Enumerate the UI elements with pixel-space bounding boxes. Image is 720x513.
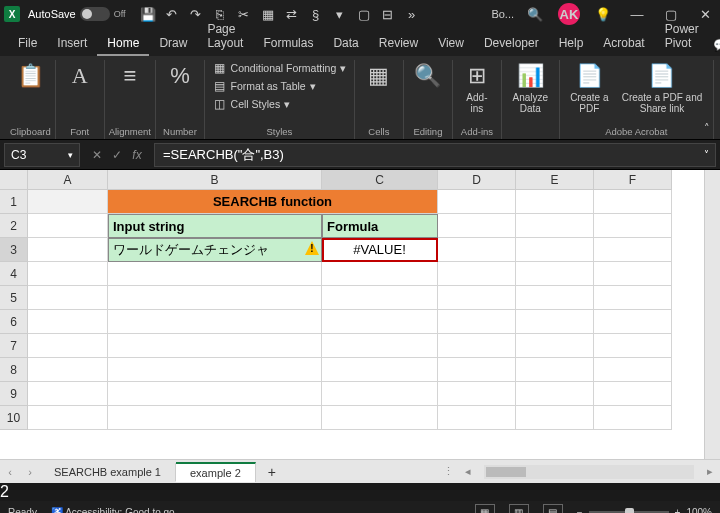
cell[interactable]: ワールドゲームチェンジャ!	[108, 238, 322, 262]
cell[interactable]	[516, 358, 594, 382]
qat-icon[interactable]: ⊟	[380, 6, 396, 22]
vertical-scrollbar[interactable]	[704, 170, 720, 459]
select-all-button[interactable]	[0, 170, 28, 190]
row-header[interactable]: 4	[0, 262, 28, 286]
addins-button[interactable]: ⊞ Add-ins	[457, 60, 497, 116]
cell[interactable]	[438, 406, 516, 430]
cell[interactable]	[28, 334, 108, 358]
cell[interactable]	[516, 238, 594, 262]
cell[interactable]	[594, 286, 672, 310]
conditional-formatting-button[interactable]: ▦Conditional Formatting ▾	[209, 60, 351, 76]
cell[interactable]	[28, 238, 108, 262]
column-header[interactable]: C	[322, 170, 438, 190]
tab-draw[interactable]: Draw	[149, 32, 197, 56]
column-header[interactable]: B	[108, 170, 322, 190]
analyze-data-button[interactable]: 📊 Analyze Data	[506, 60, 555, 116]
alignment-button[interactable]: ≡	[110, 60, 150, 92]
cell[interactable]	[28, 262, 108, 286]
cell[interactable]	[516, 190, 594, 214]
cell[interactable]	[438, 334, 516, 358]
qat-icon[interactable]: ▦	[260, 6, 276, 22]
tab-review[interactable]: Review	[369, 32, 428, 56]
cell[interactable]	[108, 262, 322, 286]
cell[interactable]	[438, 190, 516, 214]
tab-data[interactable]: Data	[323, 32, 368, 56]
cancel-formula-icon[interactable]: ✕	[88, 146, 106, 164]
number-button[interactable]: %	[160, 60, 200, 92]
search-icon[interactable]: 🔍	[524, 3, 546, 25]
cell[interactable]	[516, 334, 594, 358]
undo-icon[interactable]: ↶	[164, 6, 180, 22]
column-header[interactable]: F	[594, 170, 672, 190]
comments-button[interactable]: 💬	[713, 34, 720, 56]
sheet-tab[interactable]: SEARCHB example 1	[40, 463, 176, 481]
tab-help[interactable]: Help	[549, 32, 594, 56]
tab-home[interactable]: Home	[97, 32, 149, 56]
qat-overflow-icon[interactable]: »	[404, 6, 420, 22]
row-header[interactable]: 9	[0, 382, 28, 406]
cell[interactable]	[438, 310, 516, 334]
cell[interactable]	[108, 286, 322, 310]
hscroll-opts[interactable]: ⋮	[438, 465, 458, 478]
zoom-in-icon[interactable]: +	[675, 507, 681, 514]
cell[interactable]	[516, 286, 594, 310]
tab-page-layout[interactable]: Page Layout	[197, 18, 253, 56]
hscroll-right[interactable]: ▸	[700, 465, 720, 478]
cell[interactable]	[438, 382, 516, 406]
cells-button[interactable]: ▦	[359, 60, 399, 92]
cell[interactable]	[516, 310, 594, 334]
cell[interactable]	[28, 190, 108, 214]
zoom-out-icon[interactable]: −	[577, 507, 583, 514]
formula-input[interactable]: =SEARCHB("合",B3) ˅	[154, 143, 716, 167]
cell[interactable]: SEARCHB function	[108, 190, 438, 214]
row-header[interactable]: 10	[0, 406, 28, 430]
cell[interactable]	[516, 262, 594, 286]
row-header[interactable]: 7	[0, 334, 28, 358]
minimize-icon[interactable]: ―	[626, 3, 648, 25]
cell[interactable]	[108, 310, 322, 334]
column-header[interactable]: E	[516, 170, 594, 190]
cell[interactable]	[594, 262, 672, 286]
cell[interactable]	[594, 334, 672, 358]
cell[interactable]	[516, 214, 594, 238]
cell[interactable]	[322, 262, 438, 286]
cell[interactable]	[438, 262, 516, 286]
cell[interactable]	[322, 382, 438, 406]
cell[interactable]	[594, 382, 672, 406]
cell[interactable]	[438, 358, 516, 382]
tab-insert[interactable]: Insert	[47, 32, 97, 56]
normal-view-icon[interactable]: ▦	[475, 504, 495, 513]
cell[interactable]	[322, 286, 438, 310]
cell[interactable]	[108, 382, 322, 406]
fx-icon[interactable]: fx	[128, 146, 146, 164]
cell[interactable]	[28, 358, 108, 382]
cell[interactable]: Input string	[108, 214, 322, 238]
cell[interactable]: Formula	[322, 214, 438, 238]
paste-button[interactable]: 📋	[10, 60, 50, 92]
worksheet-grid[interactable]: ABCDEF 12345678910 SEARCHB functionInput…	[0, 170, 720, 459]
cell[interactable]	[322, 406, 438, 430]
column-header[interactable]: A	[28, 170, 108, 190]
column-header[interactable]: D	[438, 170, 516, 190]
cell[interactable]	[322, 310, 438, 334]
cell[interactable]: #VALUE!	[322, 238, 438, 262]
cell[interactable]	[594, 214, 672, 238]
zoom-control[interactable]: − + 100%	[577, 507, 712, 514]
cell[interactable]	[594, 310, 672, 334]
cell[interactable]	[438, 286, 516, 310]
cell[interactable]	[28, 214, 108, 238]
sheet-nav-next[interactable]: ›	[20, 466, 40, 478]
add-sheet-button[interactable]: +	[256, 464, 288, 480]
cell[interactable]	[438, 214, 516, 238]
tab-formulas[interactable]: Formulas	[253, 32, 323, 56]
enter-formula-icon[interactable]: ✓	[108, 146, 126, 164]
create-pdf-share-button[interactable]: 📄 Create a PDF and Share link	[615, 60, 709, 116]
format-as-table-button[interactable]: ▤Format as Table ▾	[209, 78, 351, 94]
sheet-tab[interactable]: example 2	[176, 462, 256, 482]
editing-button[interactable]: 🔍	[408, 60, 448, 92]
tab-power-pivot[interactable]: Power Pivot	[655, 18, 709, 56]
row-header[interactable]: 2	[0, 214, 28, 238]
cell[interactable]	[594, 190, 672, 214]
lightbulb-icon[interactable]: 💡	[592, 3, 614, 25]
expand-formula-icon[interactable]: ˅	[704, 149, 709, 160]
